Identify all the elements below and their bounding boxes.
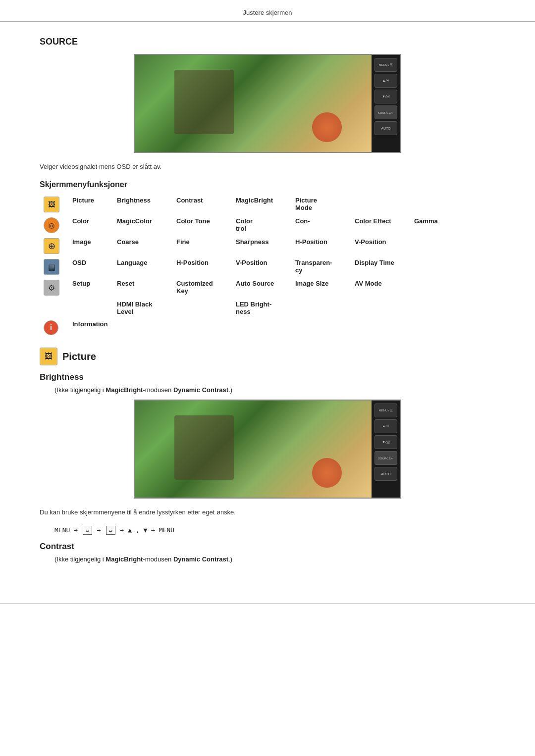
brightness-title: Brightness [40, 372, 495, 382]
image-icon: ⊕ [44, 238, 59, 254]
brightness-note: (Ikke tilgjengelig i MagicBright-modusen… [54, 386, 495, 394]
monitor-screen-1 [134, 54, 372, 153]
picture-item-4: PictureMode [291, 194, 351, 215]
monitor-sidebar-2: MENU / 三 ▲/☀ ▼/亗 SOURCE/↵ AUTO [372, 400, 401, 499]
skjerm-title: Skjermmenyfunksjoner [40, 180, 495, 189]
sidebar-btn-down: ▼/亗 [374, 90, 397, 103]
image-item-3: Sharpness [232, 236, 291, 256]
picture-label: Picture [68, 194, 113, 215]
picture-section-header: 🖼 Picture [40, 348, 495, 365]
sidebar-btn-menu: MENU / 三 [374, 58, 397, 72]
menu-row-information: i Information [40, 318, 495, 338]
color-icon-cell: ◎ [40, 215, 68, 236]
image-item-5: V-Position [351, 236, 410, 256]
setup-icon-cell: ⚙ [40, 277, 68, 298]
color-icon: ◎ [44, 217, 59, 233]
menu-row-image: ⊕ Image Coarse Fine Sharpness H-Position… [40, 236, 495, 256]
sidebar-btn-source: SOURCE/↵ [374, 105, 397, 119]
color-item-2: Color Tone [172, 215, 232, 236]
color-item-1: MagicColor [113, 215, 172, 236]
menu-row-osd: ▤ OSD Language H-Position V-Position Tra… [40, 256, 495, 277]
monitor-screen-2 [134, 400, 372, 499]
image-label: Image [68, 236, 113, 256]
color-item-4: Con- [291, 215, 351, 236]
picture-item-1: Brightness [113, 194, 172, 215]
monitor-img-wrapper-2: MENU / 三 ▲/☀ ▼/亗 SOURCE/↵ AUTO [134, 400, 401, 499]
menu-row-picture: 🖼 Picture Brightness Contrast MagicBrigh… [40, 194, 495, 215]
source-description: Velger videosignalet mens OSD er slått a… [40, 163, 495, 170]
osd-item-3: V-Position [232, 256, 291, 277]
brightness-section: Brightness (Ikke tilgjengelig i MagicBri… [40, 372, 495, 535]
osd-item-1: Language [113, 256, 172, 277]
setup-item-4: Image Size [291, 277, 351, 298]
image-item-1: Coarse [113, 236, 172, 256]
monitor-img-wrapper: MENU / 三 ▲/☀ ▼/亗 SOURCE/↵ AUTO [134, 54, 401, 153]
contrast-note: (Ikke tilgjengelig i MagicBright-modusen… [54, 555, 495, 563]
sidebar2-btn-source: SOURCE/↵ [374, 451, 397, 465]
color-item-3: Colortrol [232, 215, 291, 236]
formula-arrow-2: ↵ [106, 526, 115, 535]
sidebar-btn-auto: AUTO [374, 121, 397, 135]
osd-item-5: Display Time [351, 256, 410, 277]
osd-item-2: H-Position [172, 256, 232, 277]
main-content: SOURCE MENU / 三 ▲/☀ ▼/亗 SOURCE/↵ AUTO Ve… [0, 22, 535, 589]
info-icon: i [44, 320, 58, 335]
picture-section-icon: 🖼 [40, 348, 57, 365]
setup-label: Setup [68, 277, 113, 298]
sidebar-btn-up: ▲/☀ [374, 74, 397, 88]
contrast-section: Contrast (Ikke tilgjengelig i MagicBrigh… [40, 542, 495, 563]
setup-icon: ⚙ [44, 280, 59, 296]
setup-item-5: AV Mode [351, 277, 410, 298]
sidebar2-btn-down: ▼/亗 [374, 435, 397, 449]
osd-icon: ▤ [44, 259, 59, 275]
page-header: Justere skjermen [0, 0, 535, 22]
osd-item-4: Transparen-cy [291, 256, 351, 277]
sidebar2-btn-up: ▲/☀ [374, 419, 397, 433]
image-item-2: Fine [172, 236, 232, 256]
image-item-4: H-Position [291, 236, 351, 256]
color-item-6: Gamma [410, 215, 495, 236]
setup-item-2: CustomizedKey [172, 277, 232, 298]
osd-icon-cell: ▤ [40, 256, 68, 277]
menu-row-setup: ⚙ Setup Reset CustomizedKey Auto Source … [40, 277, 495, 298]
sidebar2-btn-auto: AUTO [374, 467, 397, 481]
source-title: SOURCE [40, 37, 495, 47]
contrast-title: Contrast [40, 542, 495, 552]
sidebar2-btn-menu: MENU / 三 [374, 403, 397, 417]
menu-row-setup-2: HDMI BlackLevel LED Bright-ness [40, 298, 495, 318]
setup-item-3: Auto Source [232, 277, 291, 298]
image-icon-cell: ⊕ [40, 236, 68, 256]
menu-grid: 🖼 Picture Brightness Contrast MagicBrigh… [40, 194, 495, 338]
skjerm-section: Skjermmenyfunksjoner 🖼 Picture Brightnes… [40, 180, 495, 338]
setup-item-hdmi: HDMI BlackLevel [113, 298, 232, 318]
setup-item-1: Reset [113, 277, 172, 298]
monitor-sidebar-1: MENU / 三 ▲/☀ ▼/亗 SOURCE/↵ AUTO [372, 54, 401, 153]
brightness-description: Du kan bruke skjermmenyene til å endre l… [40, 508, 495, 516]
picture-icon: 🖼 [44, 197, 59, 212]
picture-item-3: MagicBright [232, 194, 291, 215]
osd-label: OSD [68, 256, 113, 277]
info-label: Information [68, 318, 113, 338]
monitor-image-2: MENU / 三 ▲/☀ ▼/亗 SOURCE/↵ AUTO [40, 400, 495, 499]
formula-arrow-1: ↵ [83, 526, 92, 535]
info-icon-cell: i [40, 318, 68, 338]
monitor-image-1: MENU / 三 ▲/☀ ▼/亗 SOURCE/↵ AUTO [40, 54, 495, 153]
menu-row-color: ◎ Color MagicColor Color Tone Colortrol … [40, 215, 495, 236]
header-title: Justere skjermen [243, 9, 292, 16]
bottom-rule [0, 604, 535, 604]
color-item-5: Color Effect [351, 215, 410, 236]
color-label: Color [68, 215, 113, 236]
picture-icon-cell: 🖼 [40, 194, 68, 215]
setup-item-led: LED Bright-ness [232, 298, 351, 318]
source-section: SOURCE MENU / 三 ▲/☀ ▼/亗 SOURCE/↵ AUTO Ve… [40, 37, 495, 170]
picture-item-2: Contrast [172, 194, 232, 215]
brightness-formula: MENU → ↵ → ↵ → ▲ , ▼ → MENU [54, 526, 495, 535]
picture-section-title: Picture [62, 351, 96, 362]
